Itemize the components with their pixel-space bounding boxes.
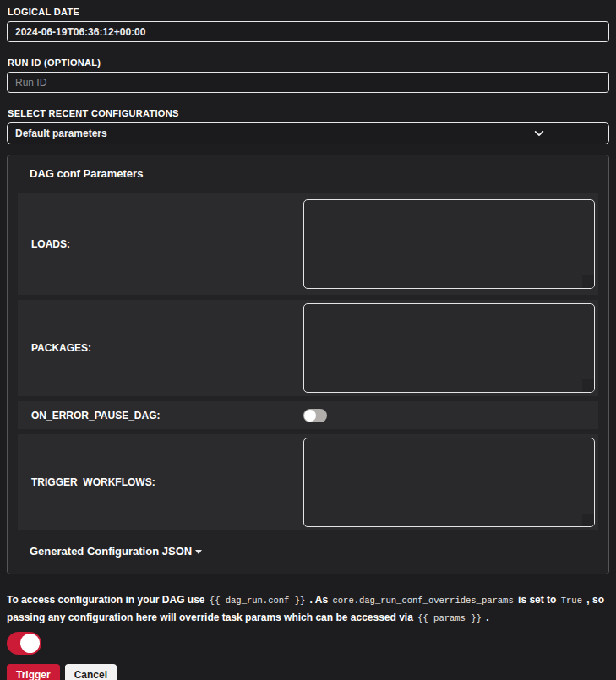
inline-code: core.dag_run_conf_overrides_params — [330, 596, 515, 606]
packages-textarea[interactable] — [303, 303, 595, 393]
inline-code: {{ dag_run.conf }} — [208, 596, 307, 606]
note-text: . — [483, 612, 489, 623]
trigger-workflows-label: TRIGGER_WORKFLOWS: — [25, 476, 303, 488]
on-error-pause-dag-label: ON_ERROR_PAUSE_DAG: — [25, 410, 303, 422]
inline-code: True — [559, 596, 584, 606]
loads-textarea[interactable] — [303, 199, 595, 289]
toggle-knob — [304, 410, 316, 422]
panel-title: DAG conf Parameters — [30, 167, 598, 180]
trigger-workflows-textarea[interactable] — [303, 438, 595, 527]
trigger-dag-form: LOGICAL DATE RUN ID (OPTIONAL) SELECT RE… — [0, 0, 616, 680]
note-text: is set to — [515, 594, 559, 606]
param-row-on-error-pause-dag: ON_ERROR_PAUSE_DAG: — [18, 401, 598, 429]
resize-grip-icon[interactable] — [582, 379, 594, 392]
resize-grip-icon[interactable] — [582, 275, 594, 288]
run-id-label: RUN ID (OPTIONAL) — [8, 57, 609, 68]
toggle-knob — [20, 634, 40, 653]
generated-configuration-json-toggle[interactable]: Generated Configuration JSON — [30, 545, 598, 558]
inline-code: {{ params }} — [416, 613, 483, 623]
caret-down-icon — [195, 550, 202, 554]
run-id-input[interactable] — [7, 72, 609, 93]
recent-configurations-label: SELECT RECENT CONFIGURATIONS — [8, 108, 609, 118]
on-error-pause-dag-toggle[interactable] — [303, 409, 327, 422]
recent-configurations-selected-value: Default parameters — [15, 128, 107, 139]
param-row-trigger-workflows: TRIGGER_WORKFLOWS: — [18, 434, 598, 530]
note-text: . As — [307, 594, 330, 606]
trigger-button[interactable]: Trigger — [7, 664, 60, 680]
param-row-loads: LOADS: — [18, 193, 598, 295]
chevron-down-icon — [533, 128, 545, 139]
resize-grip-icon[interactable] — [582, 514, 594, 526]
packages-label: PACKAGES: — [25, 342, 303, 354]
form-actions: Trigger Cancel — [7, 664, 609, 680]
logical-date-input[interactable] — [7, 21, 609, 42]
dag-conf-parameters-panel: DAG conf Parameters LOADS: PACKAGES: ON_… — [7, 155, 609, 574]
note-text: To access configuration in your DAG use — [7, 594, 208, 606]
generated-configuration-json-label: Generated Configuration JSON — [30, 545, 192, 558]
recent-configurations-select[interactable]: Default parameters — [7, 122, 609, 144]
param-row-packages: PACKAGES: — [18, 300, 598, 396]
configuration-note: To access configuration in your DAG use … — [7, 591, 611, 627]
loads-label: LOADS: — [25, 238, 303, 250]
unpause-dag-toggle[interactable] — [7, 632, 41, 655]
cancel-button[interactable]: Cancel — [65, 664, 117, 680]
logical-date-label: LOGICAL DATE — [8, 7, 609, 17]
